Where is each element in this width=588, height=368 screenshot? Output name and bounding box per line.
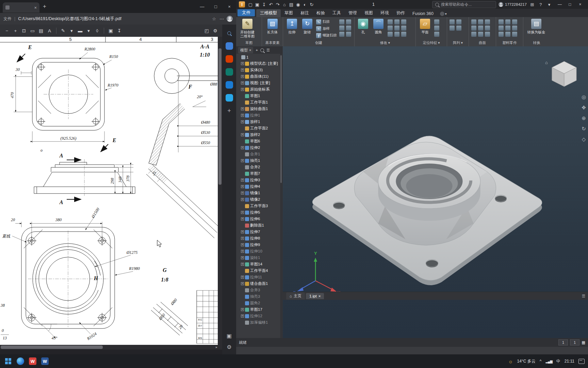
stitch-icon[interactable] [471, 19, 476, 25]
loft-button[interactable]: ≈放样 [316, 26, 337, 32]
zoom-in-icon[interactable]: + [11, 27, 20, 35]
redo-icon[interactable]: ↷ [275, 2, 281, 7]
tree-item[interactable]: + 拉伸8 [236, 235, 280, 242]
notification-center-icon[interactable] [578, 359, 585, 364]
replace-face-icon[interactable] [478, 32, 483, 37]
browser-tab[interactable]: × [3, 2, 39, 13]
emboss-icon[interactable] [339, 19, 344, 25]
cloud-status-icon[interactable]: ▾ [440, 12, 447, 16]
work-plane-button[interactable]: ▱ 平面 [418, 19, 432, 34]
status-field-2[interactable]: 1 [570, 339, 579, 346]
app-store-icon[interactable]: ⊞ [529, 2, 535, 7]
navigation-wheel-icon[interactable]: ◎ [582, 94, 586, 100]
close-button[interactable]: × [223, 4, 236, 9]
derive-icon[interactable] [339, 32, 344, 37]
pdf-vertical-scrollbar[interactable] [218, 37, 222, 345]
word-taskbar-icon[interactable]: W [39, 355, 51, 367]
pdf-horizontal-scrollbar[interactable]: ▸ [0, 345, 222, 350]
doc-tab-close-icon[interactable]: × [318, 294, 321, 298]
tree-item[interactable]: 删除面1 [236, 222, 280, 229]
tree-item[interactable]: + 原始坐标系 [236, 86, 280, 93]
snap-fit-icon[interactable] [499, 26, 504, 31]
undo-icon[interactable]: ↶ [268, 2, 274, 7]
material-icon[interactable]: ◉ [295, 2, 301, 7]
tree-item[interactable]: 圆角2 [236, 300, 280, 306]
mirror-icon[interactable] [450, 26, 455, 31]
profile-avatar[interactable] [227, 16, 233, 22]
move-face-icon[interactable] [388, 32, 393, 37]
save-icon[interactable]: ↧ [261, 2, 267, 7]
thread-icon[interactable] [346, 26, 351, 31]
more-menu-icon[interactable]: ⋯ [219, 16, 224, 21]
tab-close-icon[interactable]: × [34, 5, 37, 10]
minimize-button[interactable]: — [555, 2, 565, 7]
grid-toggle-icon[interactable]: ▦ [582, 340, 585, 345]
tree-item[interactable]: + 放样2 [236, 132, 280, 138]
weather-text[interactable]: 14°C 多云 [517, 358, 536, 364]
favorites-star-icon[interactable]: ☆ [212, 16, 216, 21]
work-point-icon[interactable] [434, 26, 439, 31]
model-tab-close-icon[interactable]: × [249, 48, 251, 52]
status-field-1[interactable]: 1 [558, 339, 568, 346]
open-icon[interactable]: ▣ [254, 2, 260, 7]
drawing-icon[interactable]: ▤ [288, 2, 294, 7]
close-button[interactable]: × [575, 2, 585, 7]
tree-item[interactable]: + 旋转1 [236, 255, 280, 261]
home-icon[interactable]: ⌂ [281, 2, 288, 7]
tree-item[interactable]: + 拉伸2 [236, 144, 280, 151]
patch-icon[interactable] [478, 19, 483, 25]
page-view-icon[interactable]: ▤ [37, 27, 45, 35]
circular-pattern-icon[interactable] [456, 19, 461, 25]
network-icon[interactable]: ▂▄▆ [545, 359, 552, 363]
onedrive-icon[interactable] [226, 94, 233, 102]
refresh-icon[interactable]: ↻ [309, 2, 315, 7]
minimize-button[interactable]: — [195, 4, 209, 9]
office-icon[interactable] [226, 55, 233, 63]
highlight-icon[interactable]: ▬ [76, 27, 84, 35]
tree-item[interactable]: + 拉伸9 [236, 242, 280, 248]
settings-gear-icon[interactable]: ⚙ [211, 27, 219, 35]
tree-item[interactable]: 工作平面2 [236, 125, 280, 132]
core-cavity-icon[interactable] [512, 32, 517, 37]
tree-root[interactable]: 1 [236, 54, 280, 60]
browser-add-icon[interactable]: + [256, 48, 258, 52]
tree-item[interactable]: + 拉伸5 [236, 209, 280, 216]
rule-fillet-icon[interactable] [505, 26, 510, 31]
delete-face-icon[interactable] [401, 26, 406, 31]
tree-item[interactable]: + 缝合曲面1 [236, 280, 280, 287]
tree-item[interactable]: 加厚偏移1 [236, 319, 280, 326]
home-doc-tab[interactable]: ⌂ 主页 [286, 292, 305, 300]
doc-tabs-menu-icon[interactable]: ☰ [582, 294, 585, 298]
extend-icon[interactable] [471, 26, 476, 31]
orbit-icon[interactable]: ↻ [582, 126, 586, 132]
tree-item[interactable]: 合并3 [236, 287, 280, 293]
tree-item[interactable]: + 拉伸4 [236, 183, 280, 190]
scroll-right-arrow[interactable]: ▸ [216, 345, 217, 350]
convert-sheetmetal-button[interactable]: ▤ 转换为钣金 [526, 19, 547, 34]
tree-item[interactable]: 合并1 [236, 151, 280, 157]
draw-icon[interactable]: ✎ [59, 27, 67, 35]
url-text[interactable]: C:/Users/86191/Desktop/比赛/练习图/24-1-5机械手.… [18, 16, 209, 22]
tree-item[interactable]: 草图6 [236, 138, 280, 144]
maximize-button[interactable]: □ [209, 4, 223, 9]
new-file-icon[interactable]: ▢ [247, 2, 254, 7]
fit-page-icon[interactable]: ⊡ [20, 27, 28, 35]
tree-item[interactable]: + 拉伸10 [236, 248, 280, 255]
tree-item[interactable]: 工作平面1 [236, 99, 280, 106]
ribbon-tab[interactable]: 视图 [361, 9, 377, 17]
rib-icon[interactable] [339, 26, 344, 31]
grill-icon[interactable] [499, 19, 504, 25]
draw-menu-icon[interactable]: ▾ [67, 27, 76, 35]
revolve-button[interactable]: ↻ 旋转 [301, 19, 314, 34]
sidebar-panel-icon[interactable]: ▣ [227, 333, 232, 339]
tree-item[interactable]: + 放样1 [236, 119, 280, 125]
ribbon-tab[interactable]: 三维模型 [256, 9, 281, 17]
offset-surface-icon[interactable] [471, 32, 476, 37]
new-tab-button[interactable]: + [43, 3, 46, 10]
sidebar-settings-icon[interactable]: ⚙ [227, 344, 231, 350]
ruled-surface-icon[interactable] [485, 26, 490, 31]
start-button[interactable] [2, 355, 14, 367]
model-tab[interactable]: 模型 × [238, 47, 253, 53]
clock[interactable]: 21:11 [565, 359, 574, 364]
appearance-icon[interactable]: ◐ [302, 2, 308, 7]
